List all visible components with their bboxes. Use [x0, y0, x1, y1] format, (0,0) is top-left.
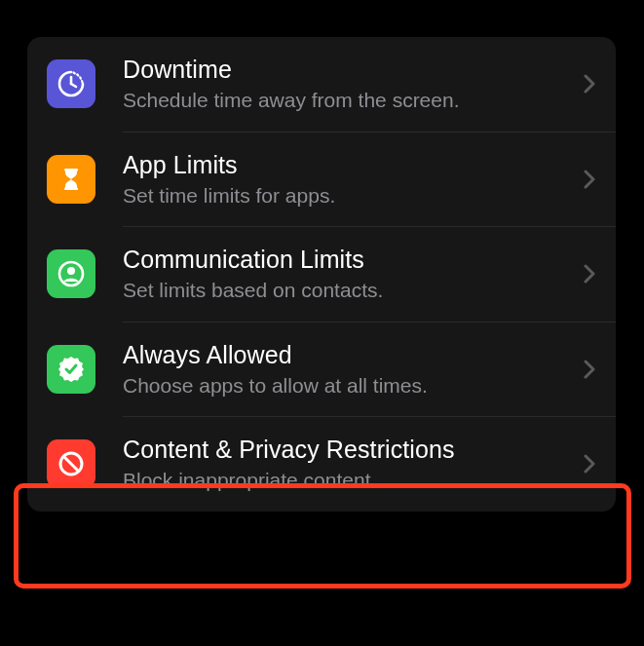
row-text: App Limits Set time limits for apps.: [123, 150, 571, 209]
row-title: Communication Limits: [123, 245, 571, 275]
chevron-right-icon: [579, 449, 600, 478]
row-subtitle: Block inappropriate content.: [123, 467, 542, 493]
row-subtitle: Set time limits for apps.: [123, 182, 542, 209]
row-text: Content & Privacy Restrictions Block ina…: [123, 435, 571, 494]
nosign-icon: [47, 439, 95, 488]
svg-line-11: [64, 457, 79, 472]
row-downtime[interactable]: Downtime Schedule time away from the scr…: [27, 37, 616, 132]
svg-line-5: [71, 84, 76, 87]
row-content-privacy[interactable]: Content & Privacy Restrictions Block ina…: [27, 417, 616, 512]
person-circle-icon: [47, 249, 95, 298]
row-subtitle: Schedule time away from the screen.: [123, 87, 542, 113]
row-title: App Limits: [123, 150, 571, 180]
clock-icon: [47, 59, 95, 108]
row-subtitle: Choose apps to allow at all times.: [123, 372, 542, 399]
svg-line-1: [77, 75, 78, 76]
hourglass-icon: [47, 155, 95, 204]
chevron-right-icon: [579, 259, 600, 288]
chevron-right-icon: [579, 165, 600, 194]
row-title: Downtime: [123, 55, 571, 85]
row-subtitle: Set limits based on contacts.: [123, 277, 542, 303]
chevron-right-icon: [579, 69, 600, 98]
svg-rect-7: [64, 187, 78, 190]
svg-rect-6: [64, 169, 78, 171]
row-title: Always Allowed: [123, 340, 571, 370]
row-app-limits[interactable]: App Limits Set time limits for apps.: [27, 133, 616, 227]
row-always-allowed[interactable]: Always Allowed Choose apps to allow at a…: [27, 323, 616, 417]
row-title: Content & Privacy Restrictions: [123, 435, 571, 465]
row-text: Communication Limits Set limits based on…: [123, 245, 571, 304]
row-text: Always Allowed Choose apps to allow at a…: [123, 340, 571, 399]
svg-line-2: [80, 78, 81, 79]
chevron-right-icon: [579, 355, 600, 384]
settings-list: Downtime Schedule time away from the scr…: [27, 37, 616, 512]
row-communication-limits[interactable]: Communication Limits Set limits based on…: [27, 227, 616, 322]
row-text: Downtime Schedule time away from the scr…: [123, 55, 571, 114]
svg-point-9: [67, 267, 75, 275]
checkmark-seal-icon: [47, 345, 95, 394]
svg-line-0: [74, 73, 75, 74]
